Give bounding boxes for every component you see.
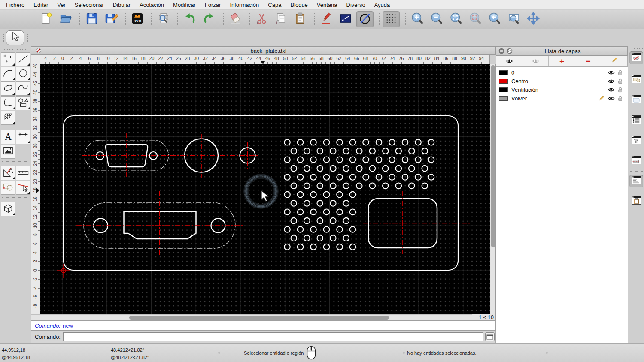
command-line-dock-button[interactable] — [629, 175, 643, 187]
block-list-dock-button[interactable] — [629, 73, 643, 86]
zoom-in-button[interactable] — [409, 11, 426, 27]
select-tool-button[interactable] — [6, 30, 24, 45]
tool-circle-button[interactable] — [16, 67, 30, 81]
command-toggle-button[interactable] — [485, 332, 495, 341]
menu-bloque[interactable]: Bloque — [290, 2, 307, 8]
remove-layer-button[interactable]: − — [575, 56, 601, 66]
print-preview-button[interactable] — [155, 11, 172, 27]
layer-color-swatch[interactable] — [499, 96, 508, 101]
snap-grid-button[interactable] — [383, 11, 400, 27]
layer-list-dock-button[interactable] — [629, 51, 643, 64]
toolbar-separator — [405, 13, 406, 25]
layer-row-ventilacion[interactable]: Ventilación — [496, 85, 628, 94]
menu-acotacion[interactable]: Acotación — [140, 2, 164, 8]
menu-modificar[interactable]: Modificar — [173, 2, 196, 8]
menu-informacion[interactable]: Información — [230, 2, 259, 8]
command-input[interactable] — [63, 332, 483, 341]
property-editor-dock-button[interactable] — [629, 154, 643, 167]
undo-button[interactable] — [181, 11, 198, 27]
tool-hatch-button[interactable] — [1, 111, 15, 125]
zoom-out-button[interactable] — [428, 11, 445, 27]
layer-lock-icon[interactable] — [618, 78, 623, 84]
detach-icon[interactable] — [507, 48, 513, 54]
menu-ventana[interactable]: Ventana — [317, 2, 337, 8]
close-icon[interactable] — [498, 48, 504, 54]
tool-line-button[interactable] — [16, 52, 30, 66]
cut-button[interactable]: + — [253, 11, 270, 27]
ventilation-holes[interactable] — [284, 139, 434, 250]
edit-layer-button[interactable] — [601, 56, 627, 66]
layer-lock-icon[interactable] — [618, 70, 623, 75]
save-button[interactable] — [83, 11, 100, 27]
zoom-window-button[interactable] — [505, 11, 522, 27]
layer-states-dock-button[interactable] — [629, 114, 643, 127]
tool-arc-button[interactable] — [1, 67, 15, 81]
menu-ayuda[interactable]: Ayuda — [374, 2, 390, 8]
clipboard-dock-button[interactable] — [629, 195, 643, 208]
layer-lock-icon[interactable] — [618, 96, 623, 101]
selection-filter-dock-button[interactable] — [629, 134, 643, 147]
tool-ellipse-button[interactable] — [1, 81, 15, 96]
hide-all-layers-button[interactable] — [522, 56, 549, 66]
layer-visibility-icon[interactable] — [608, 87, 615, 92]
layer-visibility-icon[interactable] — [608, 79, 615, 84]
svg-export-button[interactable]: SVG — [129, 11, 146, 27]
drawing-canvas[interactable] — [40, 64, 490, 314]
copy-button[interactable]: + — [272, 11, 289, 27]
plate-outline[interactable] — [64, 116, 458, 270]
tool-measure-button[interactable] — [16, 166, 30, 180]
dimension-settings-button[interactable] — [337, 11, 354, 27]
paste-button[interactable] — [292, 11, 309, 27]
tool-image-button[interactable] — [1, 145, 15, 159]
blocks-icon — [2, 181, 14, 194]
document-title-bar[interactable]: back_plate.dxf — [31, 46, 496, 55]
layer-row-0[interactable]: 0 — [496, 68, 628, 77]
menu-seleccionar[interactable]: Seleccionar — [75, 2, 104, 8]
menu-diverso[interactable]: Diverso — [346, 2, 365, 8]
tool-blocks-button[interactable] — [1, 181, 15, 195]
menu-capa[interactable]: Capa — [268, 2, 281, 8]
library-browser-dock-button[interactable] — [629, 94, 643, 106]
layer-row-volver[interactable]: Volver — [496, 94, 628, 103]
open-file-button[interactable] — [57, 11, 74, 27]
horizontal-scrollbar[interactable] — [31, 314, 472, 320]
layer-color-swatch[interactable] — [499, 87, 508, 92]
show-all-layers-button[interactable] — [496, 56, 522, 66]
menu-dibujar[interactable]: Dibujar — [113, 2, 131, 8]
layer-visibility-icon[interactable] — [608, 96, 615, 101]
ruler-label: 40 — [238, 56, 243, 61]
new-file-button[interactable] — [38, 11, 55, 27]
edit-pencil-button[interactable] — [318, 11, 335, 27]
menu-ver[interactable]: Ver — [57, 2, 66, 8]
zoom-auto-button[interactable] — [447, 11, 465, 27]
tool-points-button[interactable] — [1, 52, 15, 66]
redo-button[interactable] — [200, 11, 218, 27]
layer-color-swatch[interactable] — [499, 70, 508, 75]
zoom-previous-button[interactable] — [486, 11, 503, 27]
tool-polyline-button[interactable] — [1, 96, 15, 110]
horizontal-scrollbar-thumb[interactable] — [129, 316, 389, 320]
tool-shapes-button[interactable] — [16, 96, 30, 110]
vertical-scrollbar[interactable] — [490, 64, 496, 314]
menu-forzar[interactable]: Forzar — [205, 2, 221, 8]
tool-modify-button[interactable] — [1, 166, 15, 180]
add-layer-button[interactable]: + — [549, 56, 575, 66]
layer-color-swatch[interactable] — [499, 79, 508, 84]
tool-dimension-button[interactable] — [16, 130, 30, 144]
layer-lock-icon[interactable] — [618, 87, 623, 93]
menu-fichero[interactable]: Fichero — [6, 2, 24, 8]
layer-visibility-icon[interactable] — [608, 70, 615, 75]
restrict-nothing-button[interactable] — [356, 11, 374, 27]
tool-select-entity-button[interactable] — [16, 181, 30, 195]
delete-button[interactable] — [227, 11, 244, 27]
menu-editar[interactable]: Editar — [33, 2, 48, 8]
tool-spline-button[interactable] — [16, 81, 30, 96]
vertical-scrollbar-thumb[interactable] — [491, 65, 495, 247]
save-as-button[interactable] — [103, 11, 120, 27]
tool-solid-3d-button[interactable] — [1, 202, 15, 216]
layer-row-centro[interactable]: Centro — [496, 77, 628, 85]
pan-button[interactable] — [525, 11, 542, 27]
zoom-selection-button[interactable] — [467, 11, 484, 27]
dock-separator — [630, 171, 643, 172]
tool-text-button[interactable]: A — [1, 130, 15, 144]
